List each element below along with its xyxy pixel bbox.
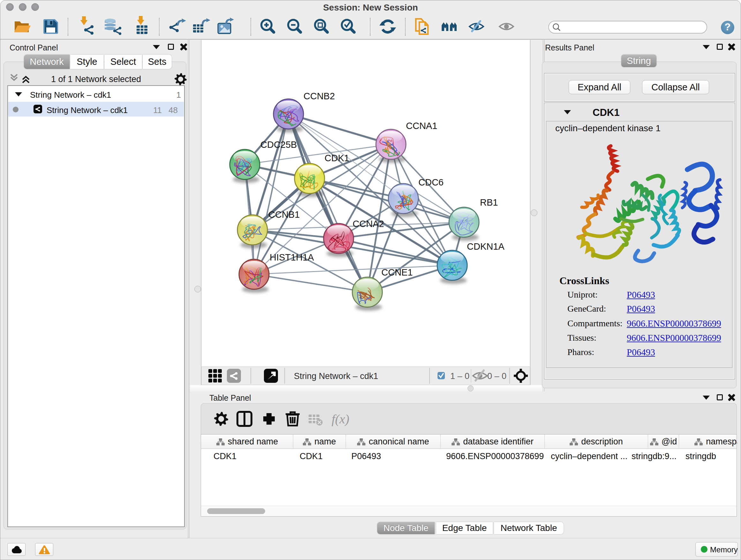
svg-text:0 – 0: 0 – 0 — [487, 371, 507, 381]
svg-text:CDKN1A: CDKN1A — [467, 241, 504, 252]
svg-text:String Network – cdk1: String Network – cdk1 — [294, 371, 378, 381]
svg-text:CCNB2: CCNB2 — [304, 91, 335, 101]
svg-text:CDC6: CDC6 — [418, 177, 444, 187]
svg-text:f(x): f(x) — [332, 412, 349, 426]
svg-text:CCNE1: CCNE1 — [381, 267, 413, 277]
svg-text:CCNB1: CCNB1 — [268, 209, 300, 220]
svg-text:RB1: RB1 — [480, 197, 498, 207]
svg-text:1 – 0: 1 – 0 — [450, 371, 469, 381]
svg-text:CCNA2: CCNA2 — [353, 219, 384, 229]
svg-text:CCNA1: CCNA1 — [406, 121, 437, 131]
svg-text:HIST1H1A: HIST1H1A — [270, 252, 314, 262]
svg-text:CDK1: CDK1 — [325, 153, 349, 163]
svg-text:CDC25B: CDC25B — [260, 139, 297, 150]
